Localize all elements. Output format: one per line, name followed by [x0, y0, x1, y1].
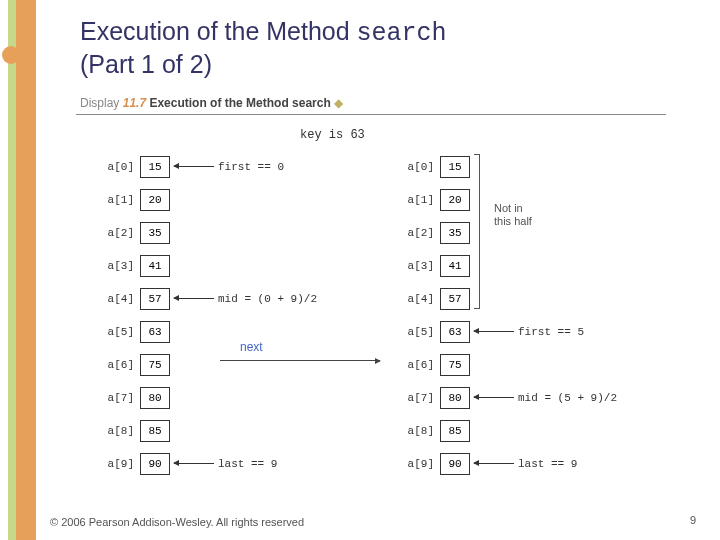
cell-value: 75 — [440, 354, 470, 376]
table-row: a[0]15 — [400, 150, 617, 183]
figure-caption: Display 11.7 Execution of the Method sea… — [80, 96, 343, 110]
table-row: a[9] 90 last == 9 — [400, 447, 617, 480]
cell-value: 90 — [140, 453, 170, 475]
table-row: a[6]75 — [100, 348, 317, 381]
key-caption: key is 63 — [300, 128, 365, 142]
table-row: a[1]20 — [100, 183, 317, 216]
table-row: a[4] 57 mid = (0 + 9)/2 — [100, 282, 317, 315]
sidebar-stripe-orange — [16, 0, 36, 540]
note-mid: mid = (0 + 9)/2 — [218, 293, 317, 305]
cell-index: a[1] — [400, 194, 434, 206]
table-row: a[4]57 — [400, 282, 617, 315]
table-row: a[7]80 — [100, 381, 317, 414]
note-first: first == 0 — [218, 161, 284, 173]
table-row: a[5]63 — [100, 315, 317, 348]
not-in-line1: Not in — [494, 202, 523, 214]
cell-value: 20 — [440, 189, 470, 211]
cell-index: a[7] — [400, 392, 434, 404]
cell-index: a[9] — [400, 458, 434, 470]
arrow-left-icon — [174, 463, 214, 464]
title-part: (Part 1 of 2) — [80, 50, 212, 78]
table-row: a[9] 90 last == 9 — [100, 447, 317, 480]
cell-index: a[0] — [400, 161, 434, 173]
table-row: a[3]41 — [400, 249, 617, 282]
note-last: last == 9 — [218, 458, 277, 470]
note-first: first == 5 — [518, 326, 584, 338]
cell-value: 41 — [140, 255, 170, 277]
cell-index: a[2] — [400, 227, 434, 239]
cell-value: 57 — [440, 288, 470, 310]
brace-icon — [474, 154, 480, 309]
arrow-left-icon — [474, 331, 514, 332]
cell-value: 41 — [440, 255, 470, 277]
arrow-left-icon — [174, 166, 214, 167]
cell-value: 35 — [440, 222, 470, 244]
array-left: a[0] 15 first == 0 a[1]20 a[2]35 a[3]41 … — [100, 150, 317, 480]
cell-index: a[1] — [100, 194, 134, 206]
cell-value: 80 — [140, 387, 170, 409]
cell-index: a[8] — [100, 425, 134, 437]
caption-diamond-icon: ◆ — [334, 96, 343, 110]
cell-value: 85 — [140, 420, 170, 442]
arrow-left-icon — [474, 463, 514, 464]
title-code: search — [357, 19, 447, 48]
cell-value: 57 — [140, 288, 170, 310]
not-in-line2: this half — [494, 215, 532, 227]
arrow-left-icon — [474, 397, 514, 398]
caption-prefix: Display — [80, 96, 119, 110]
cell-value: 63 — [140, 321, 170, 343]
cell-index: a[8] — [400, 425, 434, 437]
decorative-sidebar — [0, 0, 36, 540]
table-row: a[2]35 — [100, 216, 317, 249]
table-row: a[3]41 — [100, 249, 317, 282]
table-row: a[6]75 — [400, 348, 617, 381]
table-row: a[7] 80 mid = (5 + 9)/2 — [400, 381, 617, 414]
table-row: a[8]85 — [400, 414, 617, 447]
cell-index: a[2] — [100, 227, 134, 239]
cell-index: a[4] — [100, 293, 134, 305]
slide-title: Execution of the Method search (Part 1 o… — [80, 16, 447, 79]
note-last: last == 9 — [518, 458, 577, 470]
horizontal-rule — [76, 114, 666, 115]
cell-value: 90 — [440, 453, 470, 475]
cell-index: a[3] — [400, 260, 434, 272]
array-right: a[0]15 a[1]20 a[2]35 a[3]41 a[4]57 a[5] … — [400, 150, 617, 480]
cell-value: 75 — [140, 354, 170, 376]
table-row: a[0] 15 first == 0 — [100, 150, 317, 183]
arrow-left-icon — [174, 298, 214, 299]
cell-value: 85 — [440, 420, 470, 442]
cell-index: a[7] — [100, 392, 134, 404]
caption-text: Execution of the Method search — [149, 96, 330, 110]
cell-value: 15 — [440, 156, 470, 178]
table-row: a[8]85 — [100, 414, 317, 447]
next-label: next — [240, 340, 263, 354]
cell-value: 63 — [440, 321, 470, 343]
cell-value: 80 — [440, 387, 470, 409]
cell-value: 15 — [140, 156, 170, 178]
table-row: a[5] 63 first == 5 — [400, 315, 617, 348]
cell-index: a[5] — [100, 326, 134, 338]
cell-index: a[5] — [400, 326, 434, 338]
cell-value: 35 — [140, 222, 170, 244]
copyright-footer: © 2006 Pearson Addison-Wesley. All right… — [50, 516, 304, 528]
cell-index: a[6] — [400, 359, 434, 371]
next-arrow-icon — [220, 360, 380, 361]
cell-index: a[6] — [100, 359, 134, 371]
not-in-half-note: Not in this half — [494, 202, 532, 228]
cell-index: a[9] — [100, 458, 134, 470]
note-mid: mid = (5 + 9)/2 — [518, 392, 617, 404]
cell-index: a[3] — [100, 260, 134, 272]
cell-index: a[4] — [400, 293, 434, 305]
page-number: 9 — [690, 514, 696, 526]
title-text-a: Execution of the Method — [80, 17, 357, 45]
sidebar-dot — [2, 46, 20, 64]
cell-index: a[0] — [100, 161, 134, 173]
cell-value: 20 — [140, 189, 170, 211]
caption-number: 11.7 — [123, 96, 146, 110]
